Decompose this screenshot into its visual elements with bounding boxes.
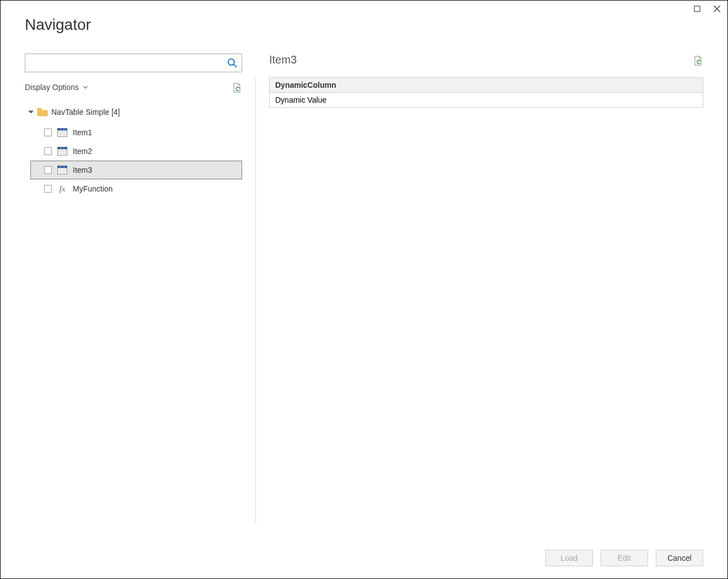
checkbox[interactable] [44,147,52,155]
load-button[interactable]: Load [545,550,593,566]
preview-title: Item3 [269,54,297,66]
preview-column-header[interactable]: DynamicColumn [270,78,703,93]
preview-pane: Item3 DynamicColumn Dynamic Value [256,54,703,523]
display-options-label: Display Options [25,83,79,92]
folder-icon [37,108,48,116]
preview-table: DynamicColumn Dynamic Value [269,77,703,108]
table-icon [57,147,67,156]
svg-rect-12 [58,147,67,150]
footer: Load Edit Cancel [545,550,703,566]
content-area: Display Options NavTable Simple [4] [25,54,703,523]
refresh-icon [232,82,241,93]
maximize-icon [694,6,700,12]
svg-line-4 [234,65,237,67]
table-icon [57,166,67,174]
svg-point-3 [228,59,234,65]
table-row[interactable]: Dynamic Value [270,93,703,108]
preview-refresh-button[interactable] [693,55,703,65]
tree-item-item3[interactable]: Item3 [30,161,242,179]
tree-item-item2[interactable]: Item2 [25,142,242,161]
svg-rect-18 [58,166,67,168]
tree-item-item1[interactable]: Item1 [25,123,242,142]
cancel-button[interactable]: Cancel [656,550,703,566]
tree-root-node[interactable]: NavTable Simple [4] [25,104,242,120]
search-icon [227,58,237,68]
tree-item-label: Item1 [73,128,92,137]
svg-rect-0 [694,6,700,12]
search-input[interactable] [30,59,227,67]
edit-button[interactable]: Edit [601,550,648,566]
navigator-tree: NavTable Simple [4] Item1 Item2 Item3 [25,104,242,198]
tree-item-label: Item2 [73,147,92,156]
titlebar-controls [692,4,722,14]
function-icon: fx [57,184,67,194]
close-button[interactable] [712,4,722,14]
navigator-pane: Display Options NavTable Simple [4] [25,54,255,523]
preview-header: Item3 [269,54,703,66]
checkbox[interactable] [44,185,52,193]
search-box[interactable] [25,54,242,72]
refresh-button[interactable] [232,82,242,92]
close-icon [713,5,721,13]
display-options-dropdown[interactable]: Display Options [25,83,88,92]
options-row: Display Options [25,82,242,92]
table-icon [57,128,67,137]
tree-item-myfunction[interactable]: fx MyFunction [25,179,242,198]
tree-item-label: MyFunction [73,184,113,193]
maximize-button[interactable] [692,4,702,14]
preview-cell: Dynamic Value [270,93,703,108]
checkbox[interactable] [44,166,52,174]
checkbox[interactable] [44,129,52,136]
collapse-icon [28,109,34,115]
chevron-down-icon [83,85,88,89]
refresh-icon [693,55,702,66]
tree-item-label: Item3 [73,166,92,174]
tree-root-label: NavTable Simple [4] [51,108,120,116]
svg-rect-6 [58,129,67,131]
tree-children: Item1 Item2 Item3 fx MyFunction [25,123,242,198]
window-title: Navigator [25,16,91,34]
